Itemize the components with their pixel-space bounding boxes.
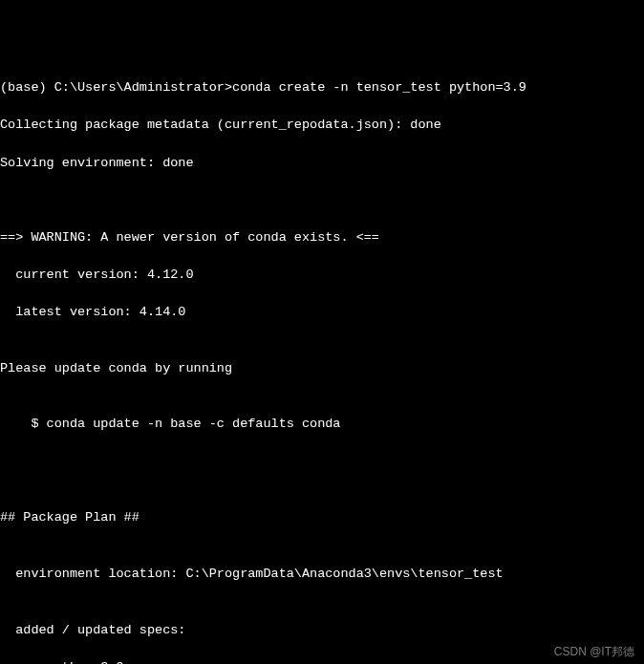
specs-item: - python=3.9: [0, 658, 644, 664]
plan-header: ## Package Plan ##: [0, 508, 644, 527]
version-line: latest version: 4.14.0: [0, 303, 644, 322]
update-prompt: Please update conda by running: [0, 359, 644, 378]
specs-header: added / updated specs:: [0, 621, 644, 640]
watermark: CSDN @IT邦德: [554, 644, 634, 660]
output-line: Collecting package metadata (current_rep…: [0, 116, 644, 135]
prompt-line[interactable]: (base) C:\Users\Administrator>conda crea…: [0, 78, 644, 97]
version-line: current version: 4.12.0: [0, 266, 644, 285]
update-command: $ conda update -n base -c defaults conda: [0, 415, 644, 434]
warning-header: ==> WARNING: A newer version of conda ex…: [0, 228, 644, 247]
output-line: Solving environment: done: [0, 154, 644, 173]
env-location: environment location: C:\ProgramData\Ana…: [0, 565, 644, 584]
